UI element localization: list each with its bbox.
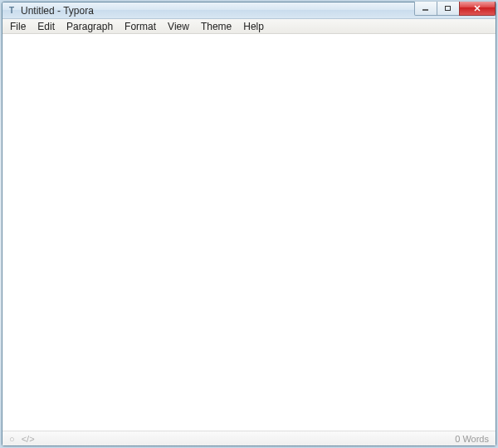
app-window: T Untitled - Typora File Edit Paragraph … bbox=[2, 2, 496, 446]
close-button[interactable] bbox=[459, 2, 496, 16]
menu-edit[interactable]: Edit bbox=[32, 20, 61, 33]
minimize-button[interactable] bbox=[414, 2, 437, 16]
status-left-group: ○ </> bbox=[9, 434, 35, 444]
statusbar: ○ </> 0 Words bbox=[2, 431, 496, 446]
menubar: File Edit Paragraph Format View Theme He… bbox=[2, 19, 496, 34]
window-controls bbox=[415, 2, 496, 17]
menu-view[interactable]: View bbox=[162, 20, 195, 33]
word-count[interactable]: 0 Words bbox=[455, 434, 489, 444]
editor-area[interactable] bbox=[2, 34, 496, 431]
menu-theme[interactable]: Theme bbox=[195, 20, 237, 33]
menu-format[interactable]: Format bbox=[119, 20, 162, 33]
window-title: Untitled - Typora bbox=[21, 5, 94, 17]
menu-help[interactable]: Help bbox=[237, 20, 270, 33]
titlebar[interactable]: T Untitled - Typora bbox=[2, 2, 496, 19]
source-code-toggle-icon[interactable]: </> bbox=[22, 434, 35, 444]
svg-rect-1 bbox=[446, 7, 451, 11]
minimize-icon bbox=[422, 5, 430, 12]
maximize-icon bbox=[444, 5, 452, 12]
maximize-button[interactable] bbox=[437, 2, 460, 16]
menu-paragraph[interactable]: Paragraph bbox=[61, 20, 119, 33]
menu-file[interactable]: File bbox=[4, 20, 32, 33]
close-icon bbox=[472, 4, 482, 12]
app-icon: T bbox=[6, 5, 17, 17]
sidebar-toggle-icon[interactable]: ○ bbox=[9, 434, 15, 444]
